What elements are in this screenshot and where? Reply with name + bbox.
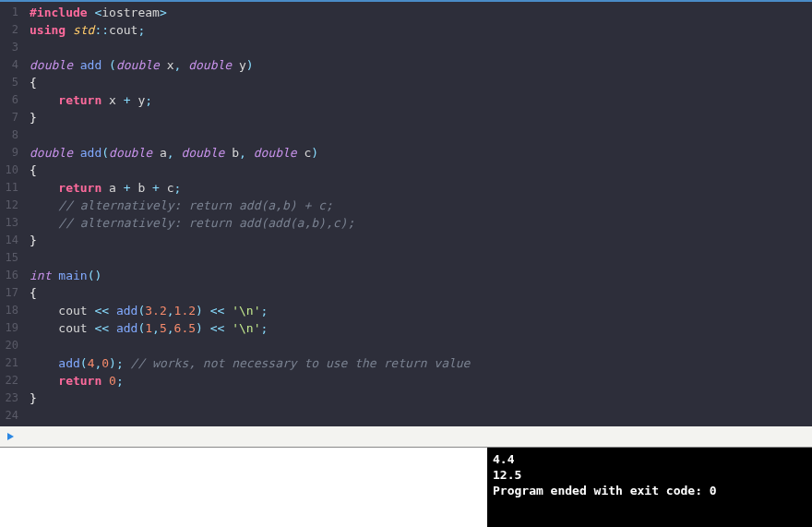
line-number: 4: [4, 56, 18, 74]
line-number: 5: [4, 74, 18, 91]
line-number: 18: [4, 302, 18, 319]
code-line[interactable]: cout << add(1,5,6.5) << '\n';: [30, 319, 812, 337]
code-line[interactable]: }: [30, 232, 812, 249]
code-line[interactable]: double add(double a, double b, double c): [30, 144, 812, 162]
line-number: 6: [4, 91, 18, 109]
line-number: 21: [4, 354, 18, 372]
line-number: 15: [4, 249, 18, 267]
code-line[interactable]: add(4,0); // works, not necessary to use…: [30, 354, 812, 372]
code-line[interactable]: // alternatively: return add(add(a,b),c)…: [30, 214, 812, 232]
line-number: 14: [4, 232, 18, 249]
line-number: 17: [4, 284, 18, 302]
line-number: 11: [4, 179, 18, 197]
code-line[interactable]: [30, 126, 812, 144]
line-number: 20: [4, 337, 18, 354]
console-output-panel[interactable]: 4.4 12.5 Program ended with exit code: 0: [487, 448, 812, 527]
line-number: 16: [4, 267, 18, 284]
line-number: 22: [4, 372, 18, 389]
console-line: 12.5: [493, 468, 521, 482]
code-line[interactable]: double add (double x, double y): [30, 56, 812, 74]
prompt-arrow-icon: [7, 433, 14, 440]
code-line[interactable]: return 0;: [30, 372, 812, 389]
code-line[interactable]: int main(): [30, 267, 812, 284]
code-line[interactable]: }: [30, 389, 812, 407]
code-line[interactable]: return x + y;: [30, 91, 812, 109]
line-number: 13: [4, 214, 18, 232]
code-line[interactable]: {: [30, 284, 812, 302]
code-line[interactable]: {: [30, 74, 812, 91]
line-number: 19: [4, 319, 18, 337]
console-line: Program ended with exit code: 0: [493, 484, 717, 497]
line-number: 7: [4, 109, 18, 126]
code-line[interactable]: #include <iostream>: [30, 4, 812, 21]
code-line[interactable]: cout << add(3.2,1.2) << '\n';: [30, 302, 812, 319]
code-line[interactable]: using std::cout;: [30, 21, 812, 39]
code-line[interactable]: // alternatively: return add(a,b) + c;: [30, 197, 812, 214]
line-number: 24: [4, 407, 18, 425]
code-area[interactable]: #include <iostream>using std::cout; doub…: [24, 2, 812, 426]
line-number: 2: [4, 21, 18, 39]
code-line[interactable]: [30, 39, 812, 56]
line-number: 23: [4, 389, 18, 407]
results-panel-left[interactable]: [0, 448, 487, 527]
code-line[interactable]: {: [30, 162, 812, 179]
bottom-panels: 4.4 12.5 Program ended with exit code: 0: [0, 447, 812, 527]
code-line[interactable]: }: [30, 109, 812, 126]
line-number: 9: [4, 144, 18, 162]
command-bar[interactable]: [0, 426, 812, 447]
line-number: 8: [4, 126, 18, 144]
code-line[interactable]: [30, 407, 812, 425]
console-line: 4.4: [493, 452, 514, 466]
line-number: 12: [4, 197, 18, 214]
code-line[interactable]: [30, 249, 812, 267]
code-line[interactable]: [30, 337, 812, 354]
code-line[interactable]: return a + b + c;: [30, 179, 812, 197]
line-number: 10: [4, 162, 18, 179]
line-number: 1: [4, 4, 18, 21]
line-number: 3: [4, 39, 18, 56]
line-number-gutter: 123456789101112131415161718192021222324: [0, 2, 24, 426]
code-editor[interactable]: 123456789101112131415161718192021222324 …: [0, 2, 812, 426]
